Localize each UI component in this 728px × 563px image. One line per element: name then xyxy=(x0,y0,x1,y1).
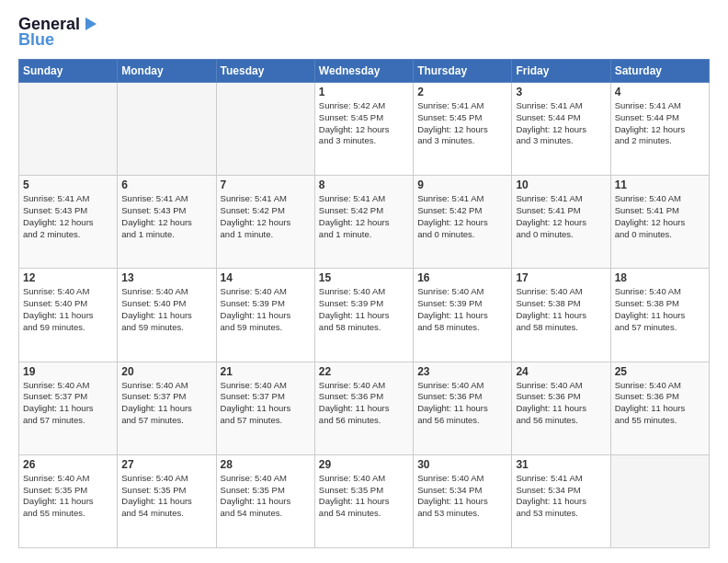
calendar-cell: 1Sunrise: 5:42 AM Sunset: 5:45 PM Daylig… xyxy=(314,83,413,176)
day-number: 26 xyxy=(23,458,113,471)
day-number: 17 xyxy=(516,271,606,284)
day-info: Sunrise: 5:40 AM Sunset: 5:37 PM Dayligh… xyxy=(121,380,211,427)
weekday-header: Wednesday xyxy=(314,60,413,83)
calendar-cell: 31Sunrise: 5:41 AM Sunset: 5:34 PM Dayli… xyxy=(512,454,610,547)
day-info: Sunrise: 5:40 AM Sunset: 5:40 PM Dayligh… xyxy=(121,286,211,333)
calendar-cell xyxy=(610,454,709,547)
day-number: 15 xyxy=(319,271,409,284)
calendar-cell: 10Sunrise: 5:41 AM Sunset: 5:41 PM Dayli… xyxy=(512,176,610,269)
calendar-cell: 14Sunrise: 5:40 AM Sunset: 5:39 PM Dayli… xyxy=(216,269,314,362)
day-info: Sunrise: 5:42 AM Sunset: 5:45 PM Dayligh… xyxy=(319,100,409,147)
day-number: 20 xyxy=(121,365,211,378)
weekday-header: Saturday xyxy=(610,60,709,83)
day-info: Sunrise: 5:40 AM Sunset: 5:41 PM Dayligh… xyxy=(615,193,705,240)
day-info: Sunrise: 5:40 AM Sunset: 5:36 PM Dayligh… xyxy=(319,380,409,427)
day-number: 25 xyxy=(615,365,705,378)
calendar-cell: 9Sunrise: 5:41 AM Sunset: 5:42 PM Daylig… xyxy=(414,176,512,269)
day-info: Sunrise: 5:41 AM Sunset: 5:43 PM Dayligh… xyxy=(23,193,113,240)
day-info: Sunrise: 5:41 AM Sunset: 5:41 PM Dayligh… xyxy=(516,193,606,240)
calendar-cell xyxy=(19,83,118,176)
calendar-cell: 20Sunrise: 5:40 AM Sunset: 5:37 PM Dayli… xyxy=(118,362,216,454)
header: General Blue xyxy=(18,15,710,50)
day-info: Sunrise: 5:40 AM Sunset: 5:39 PM Dayligh… xyxy=(417,286,507,333)
calendar-cell: 11Sunrise: 5:40 AM Sunset: 5:41 PM Dayli… xyxy=(610,176,709,269)
day-info: Sunrise: 5:41 AM Sunset: 5:42 PM Dayligh… xyxy=(319,193,409,240)
day-info: Sunrise: 5:40 AM Sunset: 5:38 PM Dayligh… xyxy=(516,286,606,333)
calendar-cell: 13Sunrise: 5:40 AM Sunset: 5:40 PM Dayli… xyxy=(118,269,216,362)
calendar-cell: 22Sunrise: 5:40 AM Sunset: 5:36 PM Dayli… xyxy=(314,362,413,454)
calendar-cell: 23Sunrise: 5:40 AM Sunset: 5:36 PM Dayli… xyxy=(414,362,512,454)
day-number: 8 xyxy=(319,178,409,191)
day-number: 9 xyxy=(417,178,507,191)
calendar-cell: 4Sunrise: 5:41 AM Sunset: 5:44 PM Daylig… xyxy=(610,83,709,176)
day-info: Sunrise: 5:40 AM Sunset: 5:35 PM Dayligh… xyxy=(23,473,113,520)
day-info: Sunrise: 5:40 AM Sunset: 5:35 PM Dayligh… xyxy=(121,473,211,520)
calendar-cell: 17Sunrise: 5:40 AM Sunset: 5:38 PM Dayli… xyxy=(512,269,610,362)
calendar-header-row: SundayMondayTuesdayWednesdayThursdayFrid… xyxy=(19,60,710,83)
calendar-cell: 2Sunrise: 5:41 AM Sunset: 5:45 PM Daylig… xyxy=(414,83,512,176)
day-info: Sunrise: 5:41 AM Sunset: 5:34 PM Dayligh… xyxy=(516,473,606,520)
day-info: Sunrise: 5:41 AM Sunset: 5:44 PM Dayligh… xyxy=(615,100,705,147)
day-number: 13 xyxy=(121,271,211,284)
day-number: 19 xyxy=(23,365,113,378)
day-number: 12 xyxy=(23,271,113,284)
day-number: 24 xyxy=(516,365,606,378)
day-number: 6 xyxy=(121,178,211,191)
day-number: 30 xyxy=(417,458,507,471)
page: General Blue SundayMondayTuesdayWednesda… xyxy=(0,0,728,563)
day-number: 28 xyxy=(221,458,311,471)
calendar-cell: 8Sunrise: 5:41 AM Sunset: 5:42 PM Daylig… xyxy=(314,176,413,269)
calendar-week-row: 19Sunrise: 5:40 AM Sunset: 5:37 PM Dayli… xyxy=(19,362,710,454)
calendar-cell: 30Sunrise: 5:40 AM Sunset: 5:34 PM Dayli… xyxy=(414,454,512,547)
day-info: Sunrise: 5:40 AM Sunset: 5:40 PM Dayligh… xyxy=(23,286,113,333)
day-info: Sunrise: 5:40 AM Sunset: 5:35 PM Dayligh… xyxy=(319,473,409,520)
day-number: 4 xyxy=(615,86,705,98)
day-info: Sunrise: 5:41 AM Sunset: 5:42 PM Dayligh… xyxy=(221,193,311,240)
calendar-cell: 27Sunrise: 5:40 AM Sunset: 5:35 PM Dayli… xyxy=(118,454,216,547)
day-number: 23 xyxy=(417,365,507,378)
day-number: 18 xyxy=(615,271,705,284)
day-number: 29 xyxy=(319,458,409,471)
logo-arrow-icon xyxy=(82,16,98,32)
calendar-cell: 16Sunrise: 5:40 AM Sunset: 5:39 PM Dayli… xyxy=(414,269,512,362)
day-info: Sunrise: 5:41 AM Sunset: 5:44 PM Dayligh… xyxy=(516,100,606,147)
day-number: 7 xyxy=(221,178,311,191)
calendar-week-row: 26Sunrise: 5:40 AM Sunset: 5:35 PM Dayli… xyxy=(19,454,710,547)
day-number: 27 xyxy=(121,458,211,471)
calendar-cell: 24Sunrise: 5:40 AM Sunset: 5:36 PM Dayli… xyxy=(512,362,610,454)
day-info: Sunrise: 5:40 AM Sunset: 5:35 PM Dayligh… xyxy=(221,473,311,520)
day-info: Sunrise: 5:40 AM Sunset: 5:37 PM Dayligh… xyxy=(23,380,113,427)
calendar-cell: 29Sunrise: 5:40 AM Sunset: 5:35 PM Dayli… xyxy=(314,454,413,547)
calendar-cell: 26Sunrise: 5:40 AM Sunset: 5:35 PM Dayli… xyxy=(19,454,118,547)
day-info: Sunrise: 5:41 AM Sunset: 5:43 PM Dayligh… xyxy=(121,193,211,240)
calendar-cell: 19Sunrise: 5:40 AM Sunset: 5:37 PM Dayli… xyxy=(19,362,118,454)
weekday-header: Monday xyxy=(118,60,216,83)
calendar-cell xyxy=(118,83,216,176)
day-info: Sunrise: 5:41 AM Sunset: 5:42 PM Dayligh… xyxy=(417,193,507,240)
day-number: 1 xyxy=(319,86,409,98)
day-number: 11 xyxy=(615,178,705,191)
day-info: Sunrise: 5:40 AM Sunset: 5:36 PM Dayligh… xyxy=(516,380,606,427)
day-info: Sunrise: 5:40 AM Sunset: 5:36 PM Dayligh… xyxy=(615,380,705,427)
weekday-header: Tuesday xyxy=(216,60,314,83)
calendar-cell: 5Sunrise: 5:41 AM Sunset: 5:43 PM Daylig… xyxy=(19,176,118,269)
svg-marker-0 xyxy=(85,17,97,30)
calendar-cell: 28Sunrise: 5:40 AM Sunset: 5:35 PM Dayli… xyxy=(216,454,314,547)
calendar-cell: 21Sunrise: 5:40 AM Sunset: 5:37 PM Dayli… xyxy=(216,362,314,454)
calendar-cell xyxy=(216,83,314,176)
calendar-cell: 15Sunrise: 5:40 AM Sunset: 5:39 PM Dayli… xyxy=(314,269,413,362)
day-number: 2 xyxy=(417,86,507,98)
calendar-week-row: 5Sunrise: 5:41 AM Sunset: 5:43 PM Daylig… xyxy=(19,176,710,269)
day-number: 5 xyxy=(23,178,113,191)
day-info: Sunrise: 5:40 AM Sunset: 5:39 PM Dayligh… xyxy=(319,286,409,333)
calendar-cell: 7Sunrise: 5:41 AM Sunset: 5:42 PM Daylig… xyxy=(216,176,314,269)
calendar-table: SundayMondayTuesdayWednesdayThursdayFrid… xyxy=(18,59,710,548)
day-info: Sunrise: 5:40 AM Sunset: 5:34 PM Dayligh… xyxy=(417,473,507,520)
weekday-header: Thursday xyxy=(414,60,512,83)
day-number: 22 xyxy=(319,365,409,378)
calendar-cell: 25Sunrise: 5:40 AM Sunset: 5:36 PM Dayli… xyxy=(610,362,709,454)
weekday-header: Sunday xyxy=(19,60,118,83)
day-info: Sunrise: 5:41 AM Sunset: 5:45 PM Dayligh… xyxy=(417,100,507,147)
day-number: 3 xyxy=(516,86,606,98)
calendar-cell: 12Sunrise: 5:40 AM Sunset: 5:40 PM Dayli… xyxy=(19,269,118,362)
